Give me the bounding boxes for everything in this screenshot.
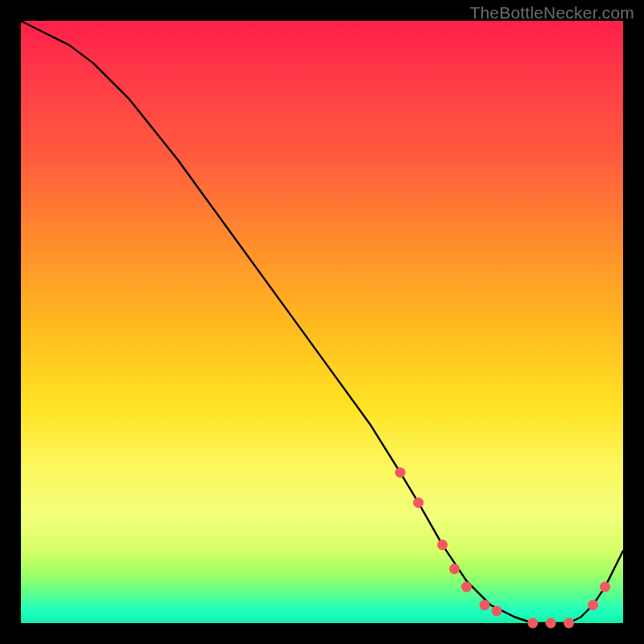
chart-stage: TheBottleNecker.com: [0, 0, 644, 644]
curve-overlay: [21, 21, 623, 623]
marker-point: [491, 606, 502, 617]
marker-point: [413, 497, 423, 508]
bottleneck-curve: [21, 21, 623, 623]
marker-point: [546, 618, 556, 629]
marker-point: [437, 539, 448, 550]
marker-point: [600, 582, 610, 592]
marker-point: [527, 618, 538, 629]
marker-point: [564, 618, 574, 629]
marker-point: [480, 600, 490, 610]
curve-path-group: [21, 21, 623, 623]
marker-point: [588, 600, 598, 610]
watermark-text: TheBottleNecker.com: [469, 3, 634, 23]
marker-point: [461, 582, 472, 592]
marker-group: [395, 468, 610, 629]
marker-point: [395, 468, 406, 478]
marker-point: [449, 564, 460, 574]
